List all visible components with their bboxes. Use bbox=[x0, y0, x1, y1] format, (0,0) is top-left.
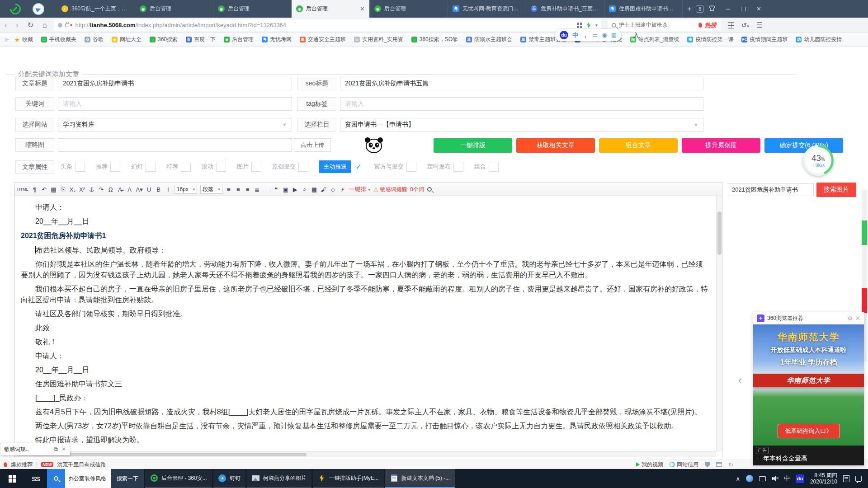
start-button[interactable] bbox=[0, 469, 24, 488]
sensitive-word-alert[interactable]: ⚠敏感词提醒: 0个词 bbox=[373, 186, 424, 193]
popup-close-icon[interactable]: ✕ bbox=[61, 446, 66, 452]
attr-option[interactable]: 幻灯 bbox=[131, 162, 156, 172]
site-select[interactable]: 学习资料库▼ bbox=[58, 118, 292, 131]
rail-red-marker[interactable] bbox=[862, 288, 867, 313]
video-icon[interactable]: ▶ bbox=[292, 186, 298, 193]
attr-option[interactable]: 原创提交 bbox=[272, 162, 308, 172]
tab-count-badge[interactable]: 8 bbox=[696, 5, 704, 13]
ime-punct-icon[interactable]: ， bbox=[582, 31, 588, 39]
ad-image[interactable]: 华南师范大学 开放低基础成人本科通道啦 1年毕业 学历存档 华南师范大学 低基础… bbox=[753, 324, 864, 446]
find-icon[interactable]: ⌕ bbox=[302, 186, 308, 193]
taskbar-app[interactable]: ✈钉钉 bbox=[213, 469, 245, 488]
bookmark-item[interactable]: ★收藏 bbox=[11, 34, 36, 45]
bookmark-item[interactable]: ○360搜索 bbox=[146, 34, 181, 45]
bookmark-item[interactable]: □手机收藏夹 bbox=[38, 34, 80, 45]
article-title-input[interactable]: 2021贫困危房补助申请书 bbox=[58, 77, 292, 90]
action-button-3[interactable]: 组合文章 bbox=[599, 138, 678, 153]
tray-360-icon[interactable] bbox=[746, 475, 753, 482]
zoom-search-icon[interactable] bbox=[427, 187, 432, 192]
attr-option[interactable]: 官方号提交 bbox=[374, 162, 416, 172]
bookmark-item[interactable]: PC疫情期间主题班 bbox=[738, 34, 791, 45]
refresh-icon[interactable]: ↻ bbox=[28, 21, 33, 29]
taskbar-app[interactable]: 新建文本文档 (5) -... bbox=[385, 469, 455, 488]
ime-keyboard-icon[interactable]: ▭ bbox=[592, 32, 598, 38]
attr-option[interactable]: 特荐 bbox=[166, 162, 191, 172]
ime-grid-icon[interactable]: ▦ bbox=[611, 32, 617, 38]
checkbox[interactable] bbox=[298, 162, 308, 172]
gear-icon[interactable]: ⚙ bbox=[847, 315, 853, 322]
action-button-2[interactable]: 获取相关文章 bbox=[516, 138, 595, 153]
quote-icon[interactable]: ❝ bbox=[273, 186, 279, 193]
pilcrow-icon[interactable]: ¶ bbox=[32, 186, 38, 193]
history-restore-icon[interactable]: ↺▾ bbox=[741, 21, 749, 29]
bold-icon[interactable]: B bbox=[156, 186, 162, 193]
search-hotword[interactable]: 护士上班途中被枪杀 bbox=[619, 21, 696, 29]
tray-expand-icon[interactable]: ∧ bbox=[736, 475, 740, 482]
superscript-icon[interactable]: X² bbox=[79, 186, 85, 193]
bookmark-item[interactable]: G谷歌 bbox=[81, 34, 107, 45]
align-left-icon[interactable]: ≡ bbox=[226, 186, 232, 193]
hot-search-label[interactable]: 热搜 bbox=[705, 21, 717, 29]
eraser-icon[interactable]: ◇ bbox=[330, 186, 336, 193]
url-box[interactable]: × http://lianhe.5068.com/index.php/admin… bbox=[54, 19, 601, 31]
checkbox[interactable] bbox=[453, 162, 463, 172]
bookmark-item[interactable]: ○360搜索，SO靠 bbox=[408, 34, 461, 45]
seo-title-input[interactable]: 2021贫困危房补助申请书五篇 bbox=[340, 77, 703, 90]
my-videos-link[interactable]: 我的视频 bbox=[636, 461, 663, 469]
attr-option[interactable]: 图片 bbox=[237, 162, 261, 172]
editor-horizontal-scrollbar[interactable] bbox=[14, 451, 716, 457]
bookmark-item[interactable]: 百百度一下 bbox=[183, 34, 219, 45]
minimize-button[interactable]: ─ bbox=[720, 0, 736, 18]
italic-icon[interactable]: I bbox=[165, 186, 171, 193]
template-icon[interactable]: ⎘ bbox=[60, 186, 66, 193]
skin-icon[interactable] bbox=[708, 5, 716, 13]
attr-option[interactable]: 推荐 bbox=[96, 162, 120, 172]
keyword-input[interactable]: 请输入 bbox=[58, 97, 292, 111]
back-icon[interactable]: ‹ bbox=[5, 21, 7, 29]
action-button-1[interactable]: 一键排版 bbox=[434, 138, 512, 153]
align-justify-icon[interactable]: ≣ bbox=[254, 186, 260, 193]
ss-app-icon[interactable]: SS bbox=[24, 469, 47, 488]
close-window-button[interactable]: ✕ bbox=[751, 0, 766, 18]
paragraph-select[interactable]: 段落▾ bbox=[200, 185, 222, 194]
html-source-icon[interactable]: HTML bbox=[17, 187, 28, 192]
copy-icon[interactable]: ⧉ bbox=[54, 446, 58, 452]
redo-icon[interactable]: ↷ bbox=[98, 186, 104, 193]
rail-green-marker[interactable] bbox=[862, 221, 867, 245]
url-text[interactable]: http://lianhe.5068.com/index.php/admin/a… bbox=[75, 22, 573, 28]
thumbnail-input[interactable] bbox=[58, 138, 292, 152]
formatbrush-icon[interactable]: 🖌 bbox=[321, 186, 327, 193]
attr-option[interactable]: 组合 bbox=[474, 162, 499, 172]
checkbox[interactable] bbox=[251, 162, 261, 172]
forward-icon[interactable]: › bbox=[16, 21, 18, 29]
printer-icon[interactable] bbox=[716, 462, 722, 467]
browser-tab[interactable]: ◉后台管理 bbox=[370, 0, 448, 18]
home-icon[interactable]: ⌂ bbox=[42, 21, 47, 29]
notification-center-icon[interactable] bbox=[855, 476, 862, 482]
subscript-icon[interactable]: X₂ bbox=[70, 186, 76, 193]
omega-icon[interactable]: Ω bbox=[108, 186, 114, 193]
qr-code-icon[interactable] bbox=[577, 23, 582, 28]
footer-link[interactable]: 洪荒千里目有成仙路 bbox=[57, 461, 106, 469]
new-tab-button[interactable]: + bbox=[687, 5, 691, 13]
browser-tab[interactable]: 百危房补助申请书_百度搜索 bbox=[526, 0, 604, 18]
onekey-format-button[interactable]: 一键排 ▾ bbox=[349, 185, 370, 193]
fontcolor-icon[interactable]: A▾ bbox=[136, 186, 143, 193]
bookmarks-collapse-icon[interactable]: ⊪ bbox=[5, 37, 9, 43]
browser-tab[interactable]: ◉后台管理 bbox=[213, 0, 292, 18]
taskbar-search-button[interactable]: 搜索一下 bbox=[111, 469, 144, 488]
ime-indicator[interactable]: 中 bbox=[784, 474, 790, 483]
taskbar-app[interactable]: 柯淑燕分享的图片 bbox=[247, 469, 311, 488]
shield-icon[interactable] bbox=[705, 462, 710, 468]
browser-tab[interactable]: +360导航_一个主页，整个 bbox=[57, 0, 135, 18]
ime-user-icon[interactable]: ◉ bbox=[602, 32, 607, 38]
taskbar-clock[interactable]: 8:45 周四 2020/12/10 bbox=[810, 472, 837, 485]
attr-option[interactable]: 主动推送✓ bbox=[319, 160, 363, 173]
ime-mode-label[interactable]: 中 bbox=[572, 31, 578, 39]
volume-muted-icon[interactable]: ✕ bbox=[772, 476, 778, 481]
bookmark-item[interactable]: 幼幼儿园防控疫情 bbox=[793, 34, 845, 45]
bookmark-item[interactable]: ◉后台管理 bbox=[221, 34, 257, 45]
checkbox[interactable] bbox=[75, 162, 85, 172]
table-icon[interactable]: ▦ bbox=[311, 186, 317, 193]
attr-option[interactable]: 头条 bbox=[61, 162, 85, 172]
